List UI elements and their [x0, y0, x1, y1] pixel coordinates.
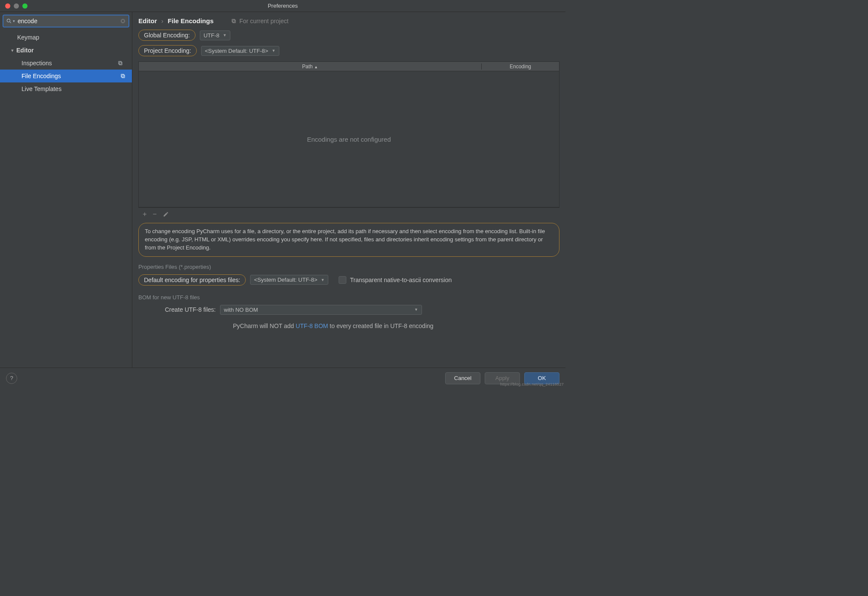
watermark: https://blog.csdn.net/qq_24118527 [500, 382, 564, 386]
breadcrumb: Editor › File Encodings For current proj… [138, 17, 559, 24]
create-utf8-label: Create UTF-8 files: [138, 306, 216, 313]
sidebar-item-label: Editor [16, 47, 34, 54]
sort-asc-icon: ▲ [314, 65, 318, 69]
cancel-button[interactable]: Cancel [445, 372, 480, 384]
select-value: <System Default: UTF-8> [254, 277, 317, 283]
project-encoding-label: Project Encoding: [138, 45, 197, 56]
svg-rect-7 [233, 20, 235, 22]
search-icon [6, 18, 12, 24]
add-button[interactable]: + [143, 210, 147, 218]
select-value: with NO BOM [224, 307, 258, 313]
create-utf8-select[interactable]: with NO BOM ▼ [220, 305, 422, 315]
edit-button[interactable] [163, 211, 169, 217]
encodings-table: Path ▲ Encoding Encodings are not config… [138, 61, 559, 207]
sidebar-item-inspections[interactable]: Inspections [3, 57, 129, 70]
traffic-lights [0, 3, 28, 9]
titlebar: Preferences [0, 0, 565, 12]
chevron-down-icon: ▼ [223, 33, 226, 37]
scope-icon [120, 73, 126, 79]
svg-point-0 [7, 19, 10, 22]
minimize-window-icon[interactable] [14, 3, 19, 9]
footer: ? Cancel Apply OK [0, 368, 565, 388]
transparent-ascii-checkbox[interactable] [339, 276, 346, 284]
search-wrap[interactable]: ▾ [3, 15, 129, 27]
sidebar-item-editor[interactable]: Editor [3, 44, 129, 57]
maximize-window-icon[interactable] [22, 3, 28, 9]
sidebar-item-label: Inspections [21, 60, 52, 67]
select-value: UTF-8 [204, 32, 220, 39]
svg-rect-3 [119, 62, 122, 65]
sidebar-item-label: Live Templates [21, 85, 61, 92]
breadcrumb-root[interactable]: Editor [138, 17, 157, 24]
bom-section-label: BOM for new UTF-8 files [138, 294, 559, 301]
content-pane: Editor › File Encodings For current proj… [132, 12, 565, 368]
chevron-down-icon: ▼ [321, 278, 325, 282]
remove-button[interactable]: − [153, 210, 156, 218]
table-empty-state: Encodings are not configured [139, 71, 559, 207]
svg-line-1 [9, 21, 11, 23]
sidebar-item-label: File Encodings [21, 73, 61, 79]
help-button[interactable]: ? [6, 373, 17, 384]
breadcrumb-leaf: File Encodings [168, 17, 214, 24]
window-title: Preferences [0, 3, 565, 9]
bom-info-line: PyCharm will NOT add UTF-8 BOM to every … [233, 322, 559, 329]
table-toolbar: + − [138, 207, 559, 220]
scope-icon [231, 18, 237, 24]
svg-rect-8 [232, 19, 235, 21]
utf8-bom-link[interactable]: UTF-8 BOM [296, 322, 328, 329]
svg-rect-5 [122, 75, 125, 78]
chevron-down-icon: ▼ [272, 49, 275, 53]
project-encoding-select[interactable]: <System Default: UTF-8> ▼ [201, 46, 279, 56]
global-encoding-select[interactable]: UTF-8 ▼ [200, 30, 231, 40]
svg-rect-6 [121, 74, 124, 77]
sidebar-item-keymap[interactable]: Keymap [3, 31, 129, 44]
select-value: <System Default: UTF-8> [205, 48, 268, 54]
svg-rect-4 [119, 61, 121, 64]
transparent-ascii-label: Transparent native-to-ascii conversion [350, 277, 452, 283]
clear-search-icon[interactable] [120, 18, 126, 24]
default-properties-encoding-select[interactable]: <System Default: UTF-8> ▼ [250, 275, 328, 285]
sidebar-item-label: Keymap [17, 34, 39, 41]
chevron-down-icon: ▼ [414, 307, 418, 312]
column-header-encoding[interactable]: Encoding [482, 64, 559, 70]
breadcrumb-scope: For current project [231, 18, 288, 24]
sidebar-item-file-encodings[interactable]: File Encodings [0, 70, 132, 82]
default-properties-encoding-label: Default encoding for properties files: [138, 274, 246, 286]
sidebar: ▾ Keymap Editor Inspections File Encodin… [0, 12, 132, 368]
close-window-icon[interactable] [5, 3, 10, 9]
scope-icon [117, 60, 123, 66]
chevron-right-icon: › [161, 17, 163, 24]
global-encoding-label: Global Encoding: [138, 30, 196, 41]
help-text: To change encoding PyCharm uses for a fi… [138, 223, 559, 257]
column-header-path[interactable]: Path ▲ [139, 64, 482, 70]
properties-section-label: Properties Files (*.properties) [138, 264, 559, 270]
sidebar-item-live-templates[interactable]: Live Templates [3, 82, 129, 95]
search-input[interactable] [15, 18, 120, 24]
